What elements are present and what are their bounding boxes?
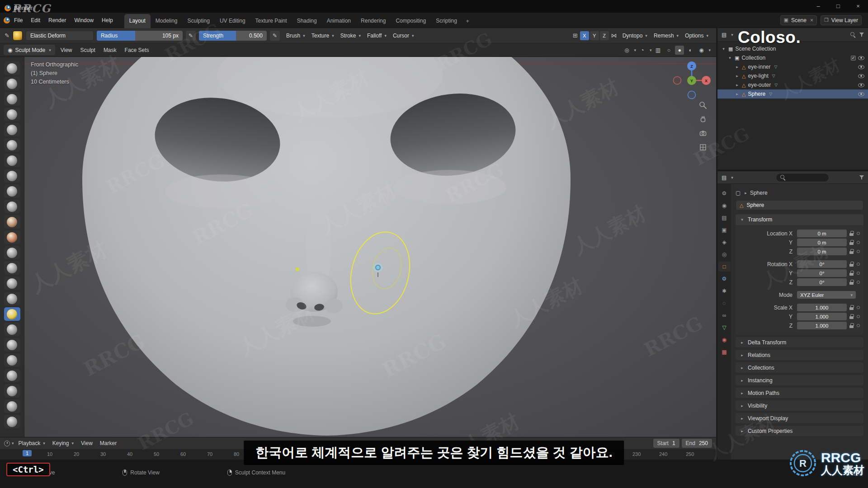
- close-button[interactable]: ×: [848, 0, 868, 12]
- section-viewport-display[interactable]: ▸Viewport Display: [736, 413, 863, 423]
- animate-decorator-icon[interactable]: [857, 232, 860, 235]
- view-layer-selector[interactable]: ❐ View Layer: [821, 15, 862, 25]
- shading-wireframe-icon[interactable]: ○: [664, 46, 673, 55]
- menu-window[interactable]: Window: [70, 15, 98, 25]
- brush-blob[interactable]: [4, 169, 20, 183]
- section-custom-properties[interactable]: ▸Custom Properties: [736, 426, 863, 436]
- section-delta-transform[interactable]: ▸Delta Transform: [736, 337, 863, 347]
- expand-caret-icon[interactable]: ▾: [727, 56, 732, 60]
- workspace-tab-compositing[interactable]: Compositing: [391, 14, 431, 28]
- playhead[interactable]: 1: [23, 450, 32, 456]
- frame-end-field[interactable]: End 250: [682, 439, 712, 448]
- chevron-down-icon[interactable]: ▾: [731, 175, 733, 180]
- brush-fill[interactable]: [4, 230, 20, 244]
- viewport-menu-mask[interactable]: Mask: [99, 45, 121, 55]
- properties-tab-particles[interactable]: ✱: [718, 286, 731, 296]
- zoom-icon[interactable]: [699, 101, 707, 109]
- animate-decorator-icon[interactable]: [857, 324, 860, 327]
- axis-neg-z-ball[interactable]: [688, 91, 696, 99]
- brush-multiplane-scrape[interactable]: [4, 261, 20, 275]
- section-relations[interactable]: ▸Relations: [736, 350, 863, 360]
- visibility-eye-icon[interactable]: [858, 83, 864, 87]
- properties-tab-modifiers[interactable]: ⚙: [718, 274, 731, 284]
- properties-tab-tool[interactable]: ⚙: [718, 188, 731, 198]
- brush-rotate[interactable]: [4, 384, 20, 398]
- lock-icon[interactable]: [849, 305, 854, 310]
- editor-type-outliner-icon[interactable]: ▤: [722, 32, 726, 38]
- section-instancing[interactable]: ▸Instancing: [736, 375, 863, 385]
- filter-icon[interactable]: [859, 175, 864, 179]
- animate-decorator-icon[interactable]: [857, 281, 860, 284]
- workspace-tab-sculpting[interactable]: Sculpting: [183, 14, 215, 28]
- outliner-collection[interactable]: ▾ ▣ Collection ✓: [717, 53, 868, 62]
- brush-inflate[interactable]: [4, 154, 20, 167]
- stroke-dropdown[interactable]: Stroke▾: [337, 31, 364, 40]
- timeline-menu-playback[interactable]: Playback▾: [15, 439, 49, 448]
- navigation-gizmo[interactable]: Z X Y: [671, 60, 712, 101]
- brush-nudge[interactable]: [4, 369, 20, 382]
- brush-thumb[interactable]: [4, 338, 20, 352]
- pan-hand-icon[interactable]: [699, 115, 707, 123]
- shading-material-icon[interactable]: ◐: [686, 46, 695, 55]
- lock-icon[interactable]: [849, 262, 854, 267]
- xray-toggle-icon[interactable]: ▥: [653, 46, 662, 55]
- properties-tab-view-layer[interactable]: ▣: [718, 225, 731, 235]
- texture-dropdown[interactable]: Texture▾: [308, 31, 337, 40]
- filter-icon[interactable]: [859, 33, 864, 37]
- properties-tab-object-data[interactable]: ▽: [718, 323, 731, 333]
- maximize-button[interactable]: □: [828, 0, 848, 12]
- radius-slider[interactable]: Radius 105 px: [97, 31, 183, 41]
- mirror-x-toggle[interactable]: X: [580, 31, 589, 40]
- properties-tab-texture[interactable]: ▦: [718, 347, 731, 357]
- value-field[interactable]: 1.000: [797, 322, 847, 329]
- properties-search-box[interactable]: [776, 173, 829, 182]
- lock-icon[interactable]: [849, 314, 854, 319]
- editor-type-properties-icon[interactable]: ▤: [722, 174, 726, 181]
- workspace-tab-uv-editing[interactable]: UV Editing: [215, 14, 250, 28]
- rotation-mode-dropdown[interactable]: XYZ Euler▾: [797, 291, 856, 299]
- falloff-dropdown[interactable]: Falloff▾: [364, 31, 390, 40]
- animate-decorator-icon[interactable]: [857, 272, 860, 275]
- mirror-z-toggle[interactable]: Z: [600, 31, 609, 40]
- section-visibility[interactable]: ▸Visibility: [736, 400, 863, 411]
- menu-edit[interactable]: Edit: [27, 15, 44, 25]
- value-field[interactable]: 0°: [797, 269, 847, 277]
- properties-tab-world[interactable]: ◎: [718, 249, 731, 259]
- object-visibility-icon[interactable]: ◎: [622, 46, 631, 55]
- brush-preview-icon[interactable]: [13, 31, 23, 41]
- frame-start-field[interactable]: Start 1: [653, 439, 679, 448]
- value-field[interactable]: 0°: [797, 260, 847, 268]
- lock-icon[interactable]: [849, 280, 854, 285]
- object-name-field[interactable]: △ Sphere: [736, 200, 863, 210]
- value-field[interactable]: 0 m: [797, 230, 847, 237]
- animate-decorator-icon[interactable]: [857, 315, 860, 318]
- value-field[interactable]: 0 m: [797, 248, 847, 255]
- expand-caret-icon[interactable]: ▸: [735, 92, 740, 96]
- expand-caret-icon[interactable]: ▸: [735, 65, 740, 69]
- collection-checkbox[interactable]: ✓: [851, 56, 856, 61]
- unlink-scene-icon[interactable]: ×: [810, 17, 813, 23]
- value-field[interactable]: 0°: [797, 278, 847, 286]
- brush-name-field[interactable]: Elastic Deform: [26, 31, 94, 41]
- viewport-3d[interactable]: Front Orthographic(1) Sphere10 Centimete…: [0, 57, 716, 437]
- workspace-tab-scripting[interactable]: Scripting: [431, 14, 462, 28]
- brush-flatten[interactable]: [4, 215, 20, 229]
- section-motion-paths[interactable]: ▸Motion Paths: [736, 388, 863, 398]
- lock-icon[interactable]: [849, 323, 854, 328]
- ortho-grid-icon[interactable]: [699, 143, 707, 151]
- viewport-menu-view[interactable]: View: [57, 45, 76, 55]
- animate-decorator-icon[interactable]: [857, 306, 860, 309]
- chevron-down-icon[interactable]: ▾: [634, 48, 636, 52]
- section-collections[interactable]: ▸Collections: [736, 362, 863, 373]
- properties-tab-constraints[interactable]: ∞: [718, 310, 731, 320]
- brush-scrape[interactable]: [4, 246, 20, 259]
- properties-tab-material[interactable]: ◉: [718, 335, 731, 345]
- timeline-menu-view[interactable]: View: [77, 439, 96, 448]
- expand-caret-icon[interactable]: ▸: [735, 83, 740, 87]
- strength-slider[interactable]: Strength 0.500: [199, 31, 267, 41]
- add-workspace-button[interactable]: +: [462, 14, 473, 28]
- viewport-menu-face-sets[interactable]: Face Sets: [121, 45, 153, 55]
- brush-clay-thumb[interactable]: [4, 123, 20, 136]
- scene-selector[interactable]: ▣ Scene ×: [780, 15, 817, 25]
- animate-decorator-icon[interactable]: [857, 241, 860, 244]
